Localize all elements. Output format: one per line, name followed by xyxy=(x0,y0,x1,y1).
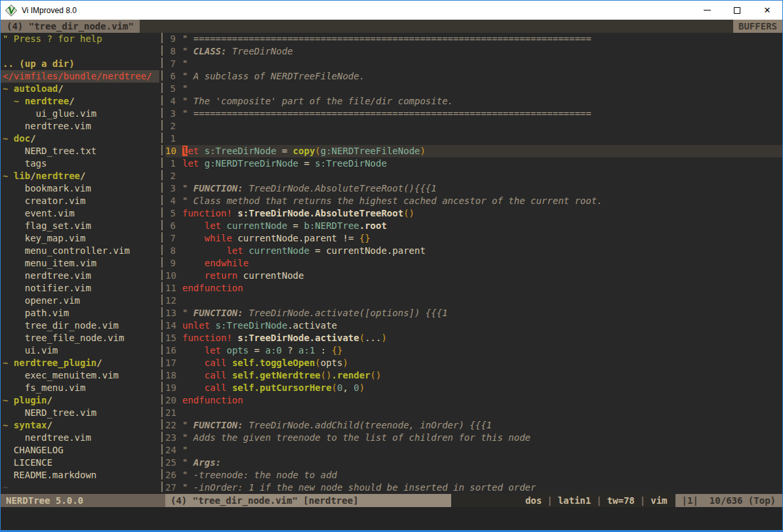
code-line[interactable]: 18 call self.getNerdtree().render() xyxy=(165,369,782,382)
code-line[interactable]: 3" =====================================… xyxy=(165,108,782,120)
tree-item[interactable]: ui_glue.vim xyxy=(3,108,159,120)
tree-item[interactable]: LICENCE xyxy=(3,457,159,469)
code-line[interactable]: 11endfunction xyxy=(165,282,782,295)
line-number: 22 xyxy=(165,419,176,432)
tree-item[interactable]: flag_set.vim xyxy=(3,220,159,232)
tree-item[interactable]: NERD_tree.vim xyxy=(3,407,159,419)
tree-item[interactable]: tags xyxy=(3,157,159,170)
code-line[interactable]: 2 xyxy=(165,170,782,182)
statusline-separator: | xyxy=(542,494,557,507)
command-line-area[interactable] xyxy=(1,507,782,530)
statusline-filetype: vim xyxy=(651,494,667,507)
tree-item[interactable]: opener.vim xyxy=(3,295,159,307)
code-line[interactable]: 17 call self.toggleOpen(opts) xyxy=(165,357,782,369)
code-line[interactable]: 9" =====================================… xyxy=(165,33,782,45)
tree-item[interactable]: README.markdown xyxy=(3,469,159,481)
code-line[interactable]: 4" The 'composite' part of the file/dir … xyxy=(165,95,782,108)
code-line[interactable]: 1let g:NERDTreeDirNode = s:TreeDirNode xyxy=(165,157,782,170)
close-button[interactable]: ✕ xyxy=(752,1,782,20)
code-line[interactable]: 6 let currentNode = b:NERDTree.root xyxy=(165,220,782,232)
tree-item[interactable]: ui.vim xyxy=(3,344,159,357)
tree-item[interactable]: bookmark.vim xyxy=(3,182,159,195)
tree-item[interactable]: notifier.vim xyxy=(3,282,159,295)
code-line[interactable]: 25" Args: xyxy=(165,457,782,469)
tree-item[interactable]: menu_controller.vim xyxy=(3,245,159,257)
nerdtree-statusline: NERDTree 5.0.0 xyxy=(1,494,165,507)
tree-item[interactable]: ~ doc/ xyxy=(3,133,159,145)
tree-item[interactable]: tree_file_node.vim xyxy=(3,332,159,344)
line-number: 8 xyxy=(165,45,176,58)
tree-item[interactable]: creator.vim xyxy=(3,195,159,207)
code-line[interactable]: 6" A subclass of NERDTreeFileNode. xyxy=(165,70,782,83)
code-line[interactable]: 7 while currentNode.parent != {} xyxy=(165,232,782,245)
tree-item[interactable]: ~ nerdtree/ xyxy=(3,95,159,108)
tree-item[interactable]: .. (up a dir) xyxy=(3,58,159,70)
code-line[interactable]: 23" Adds the given treenode to the list … xyxy=(165,432,782,444)
code-line[interactable]: 27" -inOrder: 1 if the new node should b… xyxy=(165,481,782,494)
tree-item[interactable]: event.vim xyxy=(3,207,159,220)
line-number: 26 xyxy=(165,469,176,481)
statusline-cursor-position: 10/636 (Top) xyxy=(710,494,776,507)
maximize-button[interactable] xyxy=(722,1,752,20)
code-line[interactable]: 1 xyxy=(165,133,782,145)
statusline-textwidth: tw=78 xyxy=(607,494,635,507)
code-line[interactable]: 2 xyxy=(165,120,782,133)
tree-item[interactable]: ~ syntax/ xyxy=(3,419,159,432)
code-line[interactable]: 20endfunction xyxy=(165,394,782,407)
tree-item[interactable]: </vimfiles/bundle/nerdtree/ xyxy=(1,70,159,83)
statusline-separator: | xyxy=(635,494,651,507)
code-line[interactable]: 12 xyxy=(165,295,782,307)
tree-item[interactable]: nerdtree.vim xyxy=(3,270,159,282)
line-number: 24 xyxy=(165,444,176,457)
code-line[interactable]: 10let s:TreeDirNode = copy(g:NERDTreeFil… xyxy=(165,145,782,157)
tree-item[interactable]: ~ autoload/ xyxy=(3,83,159,95)
code-line[interactable]: 8" CLASS: TreeDirNode xyxy=(165,45,782,58)
line-number: 9 xyxy=(165,33,176,45)
line-number: 5 xyxy=(165,207,176,220)
titlebar: Vi IMproved 8.0 ✕ xyxy=(1,1,782,20)
tree-item[interactable]: nerdtree.vim xyxy=(3,432,159,444)
line-number: 8 xyxy=(165,245,176,257)
tree-item[interactable]: key_map.vim xyxy=(3,232,159,245)
code-line[interactable]: 4" Class method that returns the highest… xyxy=(165,195,782,207)
code-line[interactable]: 19 call self.putCursorHere(0, 0) xyxy=(165,382,782,394)
code-line[interactable]: 8 let currentNode = currentNode.parent xyxy=(165,245,782,257)
minimize-button[interactable] xyxy=(692,1,722,20)
code-line[interactable]: 21 xyxy=(165,407,782,419)
code-line[interactable]: 10 return currentNode xyxy=(165,270,782,282)
code-line[interactable]: 22" FUNCTION: TreeDirNode.addChild(treen… xyxy=(165,419,782,432)
code-line[interactable]: 13" FUNCTION: TreeDirNode.activate([opti… xyxy=(165,307,782,319)
statusline-encoding: latin1 xyxy=(558,494,592,507)
line-number: 6 xyxy=(165,220,176,232)
code-line[interactable]: 5function! s:TreeDirNode.AbsoluteTreeRoo… xyxy=(165,207,782,220)
tree-item[interactable]: nerdtree.vim xyxy=(3,120,159,133)
tree-item[interactable]: ~ plugin/ xyxy=(3,394,159,407)
tree-item[interactable]: tree_dir_node.vim xyxy=(3,319,159,332)
tree-item[interactable]: fs_menu.vim xyxy=(3,382,159,394)
tree-item[interactable]: NERD_tree.txt xyxy=(3,145,159,157)
line-number: 25 xyxy=(165,457,176,469)
tree-item[interactable]: ~ nerdtree_plugin/ xyxy=(3,357,159,369)
code-line[interactable]: 5" xyxy=(165,83,782,95)
tree-item[interactable]: path.vim xyxy=(3,307,159,319)
tree-item[interactable]: ~ lib/nerdtree/ xyxy=(3,170,159,182)
tree-item[interactable]: exec_menuitem.vim xyxy=(3,369,159,382)
buffers-label[interactable]: BUFFERS xyxy=(733,20,782,33)
code-line[interactable]: 24" xyxy=(165,444,782,457)
tree-item[interactable]: CHANGELOG xyxy=(3,444,159,457)
line-number: 20 xyxy=(165,394,176,407)
code-line[interactable]: 14unlet s:TreeDirNode.activate xyxy=(165,319,782,332)
code-line[interactable]: 16 let opts = a:0 ? a:1 : {} xyxy=(165,344,782,357)
code-line[interactable]: 3" FUNCTION: TreeDirNode.AbsoluteTreeRoo… xyxy=(165,182,782,195)
tree-item[interactable]: menu_item.vim xyxy=(3,257,159,270)
line-number: 5 xyxy=(165,83,176,95)
code-line[interactable]: 15function! s:TreeDirNode.activate(...) xyxy=(165,332,782,344)
statusline-fileformat: dos xyxy=(525,494,542,507)
tab-active-buffer[interactable]: (4) "tree_dir_node.vim" xyxy=(1,20,140,33)
window-split-separator[interactable] xyxy=(159,33,165,494)
code-line[interactable]: 9 endwhile xyxy=(165,257,782,270)
line-number: 10 xyxy=(165,270,176,282)
code-line[interactable]: 7" xyxy=(165,58,782,70)
code-line[interactable]: 26" -treenode: the node to add xyxy=(165,469,782,481)
line-number: 14 xyxy=(165,319,176,332)
